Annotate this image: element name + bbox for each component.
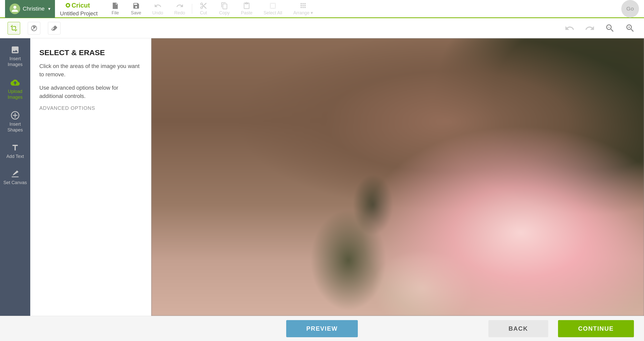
panel-desc2: Use advanced options below for additiona… — [39, 84, 142, 100]
canvas-image — [151, 38, 644, 316]
save-button[interactable]: Save — [125, 1, 147, 17]
sidebar-item-upload-images-label: UploadImages — [8, 89, 22, 100]
copy-button[interactable]: Copy — [214, 1, 235, 17]
sidebar-item-set-canvas-label: Set Canvas — [3, 180, 27, 185]
sidebar-item-upload-images[interactable]: UploadImages — [0, 74, 30, 105]
sidebar-item-set-canvas[interactable]: Set Canvas — [0, 165, 30, 190]
sidebar-item-insert-images[interactable]: InsertImages — [0, 41, 30, 72]
sidebar-item-add-text-label: Add Text — [6, 154, 24, 159]
bottom-bar: PREVIEW BACK CONTINUE — [0, 316, 644, 341]
sidebar-item-insert-shapes-label: InsertShapes — [7, 121, 23, 133]
file-button[interactable]: File — [105, 1, 125, 17]
canvas-area[interactable] — [151, 38, 644, 316]
select-all-button[interactable]: Select All — [258, 1, 288, 17]
zoom-out-button[interactable] — [604, 22, 616, 35]
sidebar-item-add-text[interactable]: Add Text — [0, 139, 30, 164]
undo-button[interactable]: Undo — [147, 1, 169, 17]
main-layout: InsertImages UploadImages InsertShapes A… — [0, 38, 644, 316]
go-label: Go — [626, 6, 634, 12]
continue-button[interactable]: CONTINUE — [558, 320, 634, 337]
project-title: Untitled Project — [60, 10, 98, 17]
go-button[interactable]: Go — [621, 0, 639, 18]
dropdown-icon: ▾ — [48, 6, 50, 12]
user-section[interactable]: Christine ▾ — [5, 0, 55, 18]
panel-title: SELECT & ERASE — [39, 48, 142, 57]
erase-tool-button[interactable] — [48, 22, 61, 35]
undo-canvas-button[interactable] — [563, 22, 576, 35]
advanced-options-link[interactable]: ADVANCED OPTIONS — [39, 105, 142, 111]
panel-desc1: Click on the areas of the image you want… — [39, 62, 142, 79]
redo-canvas-button[interactable] — [583, 22, 596, 35]
arrange-button[interactable]: Arrange ▾ — [288, 0, 318, 17]
user-name-label: Christine — [23, 6, 45, 12]
svg-point-1 — [67, 4, 69, 6]
sidebar-item-insert-shapes[interactable]: InsertShapes — [0, 106, 30, 138]
cricut-logo: Cricut Untitled Project — [60, 1, 98, 17]
redo-button[interactable]: Redo — [169, 1, 191, 17]
paste-button[interactable]: Paste — [235, 1, 258, 17]
avatar — [10, 4, 20, 14]
sidebar-item-insert-images-label: InsertImages — [8, 56, 22, 68]
preview-button[interactable]: PREVIEW — [286, 320, 358, 337]
back-button[interactable]: BACK — [488, 320, 548, 337]
cut-button[interactable]: Cut — [193, 1, 214, 17]
edit-panel: SELECT & ERASE Click on the areas of the… — [30, 38, 151, 316]
toolbar-actions: File Save Undo Redo Cut Copy Paste — [105, 0, 639, 18]
second-toolbar — [0, 18, 644, 38]
svg-text:Cricut: Cricut — [72, 2, 90, 9]
toolbar-right — [563, 22, 636, 35]
select-erase-tool-button[interactable] — [28, 22, 40, 35]
zoom-in-button[interactable] — [624, 22, 636, 35]
top-bar: Christine ▾ Cricut Untitled Project File… — [0, 0, 644, 18]
left-sidebar: InsertImages UploadImages InsertShapes A… — [0, 38, 30, 316]
crop-tool-button[interactable] — [8, 22, 20, 35]
